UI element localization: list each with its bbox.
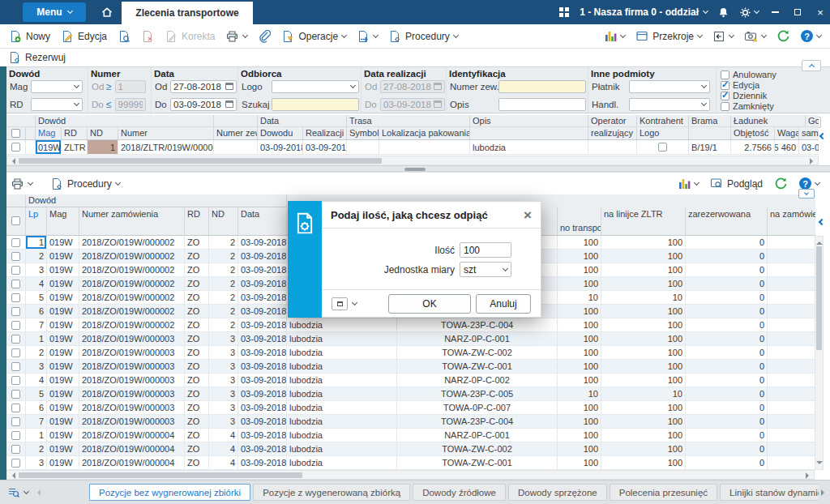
cell-opis[interactable]: lubodzia [287,387,397,400]
cell-na-zamowieniu[interactable] [768,387,815,400]
cell-mag[interactable]: 019W [47,263,79,276]
col-mag[interactable]: Mag [47,207,79,235]
cell-nd[interactable]: 4 [209,429,238,442]
cell-na-zamowieniu[interactable] [768,360,815,373]
cell-do-transportow[interactable]: 100 [558,401,601,414]
cell-na-zamowieniu[interactable] [768,442,815,455]
cell-numer-zamowienia[interactable]: 2018/ZO/019W/000003 [79,346,185,359]
expand-grid-button[interactable] [798,189,815,199]
help-menu[interactable]: ? [797,28,825,45]
cell-lp[interactable]: 2 [26,250,47,263]
cell-data[interactable]: 03-09-2018 [238,263,287,276]
podglad-button[interactable]: Podgląd [706,175,767,192]
cell-lp[interactable]: 7 [26,318,47,331]
cell-rd[interactable]: ZO [185,291,209,304]
cell-do-transportow[interactable]: 100 [558,346,601,359]
cell-opis[interactable]: lubodzia [287,374,397,387]
cell-mag[interactable]: 019W [36,140,62,154]
cell-zarezerwowana[interactable]: 0 [686,291,768,304]
table-row[interactable]: 5 019W 2018/ZO/019W/000003 ZO 3 03-09-20… [6,387,815,401]
cell-opis[interactable]: lubodzia [287,360,397,373]
cell-zarezerwowana[interactable]: 0 [686,442,768,455]
cell-rd[interactable]: ZO [185,415,209,428]
cell-do-transportow[interactable]: 100 [558,263,601,276]
row-checkbox[interactable] [11,143,20,152]
row-checkbox[interactable] [11,238,20,247]
cell-data[interactable]: 03-09-2018 [238,415,287,428]
scroll-right-icon[interactable] [806,472,812,479]
cell-na-zamowieniu[interactable] [768,429,815,442]
cell-na-zamowieniu[interactable] [768,291,815,304]
col-godz[interactable]: sam [799,127,819,139]
cell-data[interactable]: 03-09-2018 [238,250,287,263]
cell-zarezerwowana[interactable]: 0 [686,250,768,263]
cell-zarezerwowana[interactable]: 0 [686,415,768,428]
cell-do-transportow[interactable]: 100 [558,374,601,387]
cell-na-zamowieniu[interactable] [768,250,815,263]
collapse-filters-button[interactable] [802,60,821,71]
scroll-left-icon[interactable] [9,158,15,164]
cell-rd[interactable]: ZLTR [62,140,88,154]
odbiorca-szukaj-input[interactable] [272,98,359,111]
numer-od-input[interactable] [115,80,146,93]
scrollbar-thumb[interactable] [19,158,382,164]
cell-na-linijce-zltr[interactable]: 100 [601,360,686,373]
cell-zarezerwowana[interactable]: 0 [686,387,768,400]
bottom-tab[interactable]: Linijki stanów dynamicznych [720,484,819,501]
tabs-scroll-right-icon[interactable] [821,489,828,496]
cell-nd[interactable]: 2 [209,236,238,249]
cell-numer-zamowienia[interactable]: 2018/ZO/019W/000004 [79,429,185,442]
scroll-left-icon[interactable] [9,472,15,479]
cell-na-zamowieniu[interactable] [768,346,815,359]
cell-godz[interactable]: 03-09-2 [799,140,819,154]
export-doc-button[interactable] [353,28,382,45]
cell-zarezerwowana[interactable]: 0 [686,360,768,373]
cell-na-linijce-zltr[interactable]: 100 [601,346,686,359]
cell-rd[interactable]: ZO [185,277,209,290]
ilosc-input[interactable] [460,242,511,258]
cell-numer-zamowienia[interactable]: 2018/ZO/019W/000003 [79,332,185,345]
col-numer-zamowienia[interactable]: Numer zamówienia [79,207,185,235]
ok-button[interactable]: OK [388,294,471,314]
cell-lp[interactable]: 4 [26,374,47,387]
bottom-tab[interactable]: Dowody sprzężone [508,484,607,501]
cell-kod-towaru[interactable]: TOWA-23P-C-005 [397,387,558,400]
row-checkbox[interactable] [11,335,20,344]
cell-mag[interactable]: 019W [47,346,79,359]
cell-numer-zamowienia[interactable]: 2018/ZO/019W/000002 [79,305,185,318]
cell-na-zamowieniu[interactable] [768,456,815,469]
print-button[interactable] [221,28,251,45]
cell-numer-zamowienia[interactable]: 2018/ZO/019W/000004 [79,456,185,469]
odbiorca-logo-select[interactable] [272,80,359,93]
bottom-tab[interactable]: Pozycje z wygenerowaną zbiórką [253,484,410,501]
scroll-down-icon[interactable] [816,461,823,468]
cell-lp[interactable]: 6 [26,305,47,318]
col-do-transportow[interactable]: no transportów [558,207,601,235]
cell-data[interactable]: 03-09-2018 [238,332,287,345]
select-all-checkbox[interactable] [11,216,20,225]
cell-data[interactable]: 03-09-2018 [238,305,287,318]
cell-mag[interactable]: 019W [47,456,79,469]
cell-zarezerwowana[interactable]: 0 [686,263,768,276]
row-checkbox[interactable] [11,404,20,412]
cell-lp[interactable]: 3 [26,456,47,469]
cell-zarezerwowana[interactable]: 0 [686,346,768,359]
cell-zarezerwowana[interactable]: 0 [686,332,768,345]
col-lokalizacja[interactable]: Lokalizacja pakowania [379,127,470,139]
cell-na-linijce-zltr[interactable]: 100 [601,263,686,276]
cell-opis[interactable]: lubodzia [287,401,397,414]
procedury-menu[interactable]: Procedury [384,28,462,45]
cell-rd[interactable]: ZO [185,360,209,373]
chart-menu[interactable] [601,28,629,45]
cell-opis[interactable]: lubodzia [287,415,397,428]
cell-numer-zamowienia[interactable]: 2018/ZO/019W/000003 [79,374,185,387]
apps-grid-icon[interactable] [558,6,570,18]
scroll-columns-left-icon[interactable] [819,216,824,227]
cell-do-transportow[interactable]: 100 [558,250,601,263]
cell-na-linijce-zltr[interactable]: 100 [601,442,686,455]
col-numer[interactable]: Numer [118,127,214,139]
cell-nd[interactable]: 3 [209,415,238,428]
attachments-button[interactable] [254,28,275,45]
opis-input[interactable] [498,98,586,111]
cell-lp[interactable]: 3 [26,263,47,276]
